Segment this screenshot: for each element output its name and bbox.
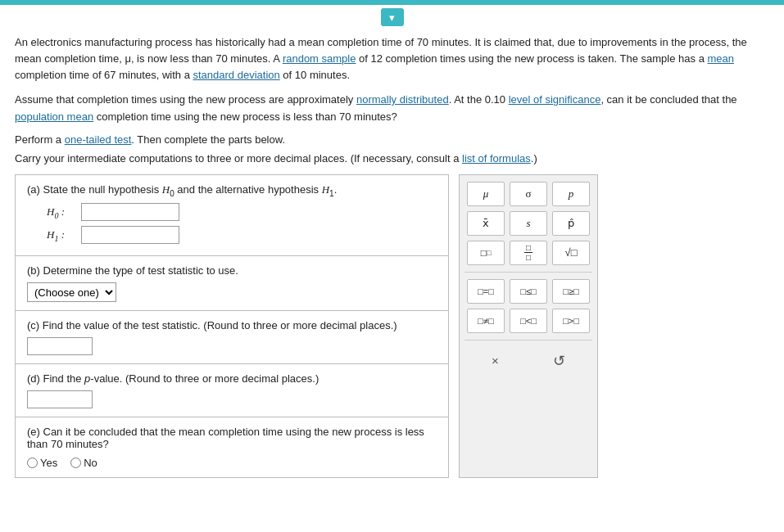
sym-row-5: □≠□ □<□ □>□ (465, 309, 592, 333)
link-random-sample[interactable]: random sample (283, 52, 356, 65)
sym-row-2: x̄ s p̂ (465, 211, 592, 236)
link-level-of-significance[interactable]: level of significance (509, 93, 601, 106)
question-box: (a) State the null hypothesis H0 and the… (15, 174, 449, 479)
sym-divider-1 (465, 272, 592, 273)
intro-paragraph2: Assume that completion times using the n… (15, 92, 769, 124)
sym-p-btn[interactable]: p (552, 182, 590, 206)
sym-sqrt-btn[interactable]: √□ (552, 241, 590, 265)
sym-phat-btn[interactable]: p̂ (552, 211, 590, 236)
sym-mu-btn[interactable]: μ (467, 182, 505, 206)
question-e-title: (e) Can it be concluded that the mean co… (27, 426, 437, 450)
question-a-label: (a) (27, 183, 40, 196)
yes-radio[interactable] (27, 458, 38, 468)
sym-fraction-btn[interactable]: □ □ (510, 241, 547, 265)
h0-input[interactable] (81, 203, 179, 221)
intro-paragraph4: Carry your intermediate computations to … (15, 152, 769, 165)
sym-s-btn[interactable]: s (510, 211, 547, 236)
chevron-button[interactable]: ▾ (381, 8, 404, 26)
question-e-label: (e) (27, 426, 40, 438)
link-mean[interactable]: mean (707, 52, 734, 65)
h0-label: H0 : (47, 205, 76, 220)
sym-neq-btn[interactable]: □≠□ (467, 309, 505, 333)
test-statistic-input[interactable] (27, 337, 93, 355)
sym-lt-btn[interactable]: □<□ (510, 309, 547, 333)
question-c: (c) Find the value of the test statistic… (16, 311, 448, 364)
question-b: (b) Determine the type of test statistic… (16, 256, 448, 311)
sym-gt-btn[interactable]: □>□ (552, 309, 590, 333)
sym-sigma-btn[interactable]: σ (510, 182, 547, 206)
sym-row-4: □=□ □≤□ □≥□ (465, 279, 592, 304)
sym-clear-btn[interactable]: × (483, 350, 507, 371)
intro-paragraph1: An electronics manufacturing process has… (15, 34, 769, 83)
sym-bottom-row: × ↺ (465, 349, 592, 373)
sym-row-3: □□ □ □ √□ (465, 241, 592, 265)
sym-squared-btn[interactable]: □□ (467, 241, 505, 265)
intro-paragraph3: Perform a one-tailed test. Then complete… (15, 133, 769, 146)
yes-no-group: Yes No (27, 457, 437, 469)
sym-row-1: μ σ p (465, 182, 592, 206)
question-e: (e) Can it be concluded that the mean co… (16, 417, 448, 477)
question-d-label: (d) (27, 372, 40, 385)
link-std-dev[interactable]: standard deviation (193, 69, 280, 81)
sym-divider-2 (465, 340, 592, 340)
h1-label: H1 : (47, 228, 76, 243)
no-radio[interactable] (70, 458, 81, 468)
h1-row: H1 : (47, 226, 437, 244)
yes-label: Yes (40, 457, 57, 469)
question-b-label: (b) (27, 264, 40, 277)
no-label: No (84, 457, 97, 469)
question-a: (a) State the null hypothesis H0 and the… (16, 175, 448, 257)
h0-row: H0 : (47, 203, 437, 221)
question-c-title: (c) Find the value of the test statistic… (27, 319, 437, 331)
link-population-mean[interactable]: population mean (15, 110, 93, 123)
question-d: (d) Find the p-value. (Round to three or… (16, 364, 448, 417)
yes-radio-label[interactable]: Yes (27, 457, 57, 469)
question-b-title: (b) Determine the type of test statistic… (27, 264, 437, 277)
sym-geq-btn[interactable]: □≥□ (552, 279, 590, 304)
p-value-input[interactable] (27, 390, 93, 408)
chevron-bar: ▾ (0, 5, 784, 31)
link-normally-distributed[interactable]: normally distributed (356, 93, 449, 106)
symbol-panel: μ σ p x̄ s p̂ □□ □ □ √□ (459, 174, 598, 479)
question-d-title: (d) Find the p-value. (Round to three or… (27, 372, 437, 385)
question-c-label: (c) (27, 319, 39, 331)
link-list-of-formulas[interactable]: list of formulas (462, 152, 531, 165)
no-radio-label[interactable]: No (70, 457, 97, 469)
sym-undo-btn[interactable]: ↺ (545, 349, 573, 373)
sym-leq-btn[interactable]: □≤□ (510, 279, 547, 304)
sym-xbar-btn[interactable]: x̄ (467, 211, 505, 236)
main-content: An electronics manufacturing process has… (0, 31, 784, 486)
question-a-title: (a) State the null hypothesis H0 and the… (27, 183, 437, 198)
test-statistic-dropdown[interactable]: (Choose one) z t chi-square F (27, 282, 116, 302)
h1-input[interactable] (81, 226, 179, 244)
sym-eq-btn[interactable]: □=□ (467, 279, 505, 304)
main-area: (a) State the null hypothesis H0 and the… (15, 174, 769, 479)
link-one-tailed-test[interactable]: one-tailed test (65, 133, 132, 146)
